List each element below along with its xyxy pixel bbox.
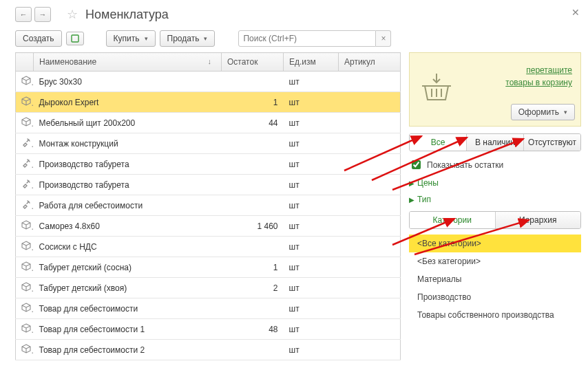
category-item[interactable]: <Все категории> [409, 235, 581, 252]
cell-sku [339, 340, 401, 360]
category-item[interactable]: Материалы [409, 270, 581, 288]
cube-icon [16, 278, 34, 298]
cell-unit: шт [284, 216, 339, 237]
nav-forward-button[interactable]: → [34, 7, 51, 22]
table-row[interactable]: Товар для себестоимостишт [16, 298, 401, 319]
cube-icon [16, 72, 34, 92]
confirm-order-button[interactable]: Оформить [511, 104, 575, 120]
cell-sku [339, 319, 401, 340]
col-name[interactable]: Наименование [34, 53, 222, 72]
col-sku[interactable]: Артикул [339, 53, 401, 72]
cell-name: Работа для себестоимости [34, 195, 222, 216]
category-item[interactable]: Товары собственного производства [409, 306, 581, 324]
filter-all-tab[interactable]: Все [410, 134, 467, 151]
refresh-button[interactable] [66, 32, 84, 45]
category-item[interactable]: <Без категории> [409, 252, 581, 270]
category-view-tabs: Категории Иерархия [409, 211, 581, 229]
cell-unit: шт [284, 340, 339, 360]
cell-stock: 1 460 [222, 216, 284, 237]
filter-instock-tab[interactable]: В наличии [467, 134, 524, 151]
cell-unit: шт [284, 154, 339, 175]
chevron-right-icon: ▶ [409, 179, 414, 187]
cell-name: Табурет детский (хвоя) [34, 278, 222, 298]
basket-icon [418, 60, 455, 119]
buy-button[interactable]: Купить [106, 30, 156, 47]
table-row[interactable]: Товар для себестоимости 148шт [16, 319, 401, 340]
table-row[interactable]: Мебельный щит 200х20044шт [16, 113, 401, 133]
cell-name: Товар для себестоимости 1 [34, 319, 222, 340]
cell-stock [222, 175, 284, 195]
type-expander[interactable]: ▶ Тип [409, 195, 581, 204]
stock-filter-tabs: Все В наличии Отсутствуют [409, 133, 581, 151]
svg-rect-0 [72, 35, 78, 42]
col-icon[interactable] [16, 53, 34, 72]
table-row[interactable]: Дырокол Expert1шт [16, 92, 401, 113]
cell-sku [339, 216, 401, 237]
cube-icon [16, 319, 34, 340]
search-clear-button[interactable]: × [376, 30, 391, 47]
table-row[interactable]: Работа для себестоимостишт [16, 195, 401, 216]
cell-name: Товар для себестоимости [34, 298, 222, 319]
cell-stock [222, 237, 284, 257]
cell-sku [339, 92, 401, 113]
cell-sku [339, 195, 401, 216]
table-row[interactable]: Монтаж конструкцийшт [16, 133, 401, 154]
sell-button[interactable]: Продать [160, 30, 216, 47]
cell-unit: шт [284, 113, 339, 133]
cell-name: Брус 30х30 [34, 72, 222, 92]
cell-unit: шт [284, 175, 339, 195]
category-list: <Все категории><Без категории>МатериалыП… [409, 235, 581, 324]
table-row[interactable]: Производство табуреташт [16, 175, 401, 195]
cube-icon [16, 340, 34, 360]
cell-sku [339, 257, 401, 278]
search-input[interactable] [238, 30, 376, 47]
show-stock-label: Показывать остатки [427, 160, 503, 170]
cell-unit: шт [284, 72, 339, 92]
cell-unit: шт [284, 278, 339, 298]
cell-unit: шт [284, 257, 339, 278]
col-stock[interactable]: Остаток [222, 53, 284, 72]
cell-name: Мебельный щит 200х200 [34, 113, 222, 133]
table-row[interactable]: Товар для себестоимости 2шт [16, 340, 401, 360]
favorite-star-icon[interactable]: ☆ [65, 7, 80, 22]
page-title: Номенклатура [85, 8, 169, 22]
cell-stock [222, 298, 284, 319]
cell-unit: шт [284, 319, 339, 340]
table-row[interactable]: Производство табуреташт [16, 154, 401, 175]
show-stock-checkbox[interactable] [412, 160, 421, 169]
cell-sku [339, 278, 401, 298]
cell-stock: 1 [222, 257, 284, 278]
tab-hierarchy[interactable]: Иерархия [496, 212, 581, 228]
nav-back-button[interactable]: ← [15, 7, 32, 22]
wrench-icon [16, 133, 34, 154]
table-row[interactable]: Табурет детский (хвоя)2шт [16, 278, 401, 298]
table-row[interactable]: Брус 30х30шт [16, 72, 401, 92]
prices-expander[interactable]: ▶ Цены [409, 178, 581, 188]
cell-unit: шт [284, 195, 339, 216]
cube-icon [16, 113, 34, 133]
tab-categories[interactable]: Категории [410, 212, 496, 228]
category-item[interactable]: Производство [409, 288, 581, 306]
cell-unit: шт [284, 133, 339, 154]
wrench-icon [16, 175, 34, 195]
table-row[interactable]: Сосиски с НДСшт [16, 237, 401, 257]
col-unit[interactable]: Ед.изм [284, 53, 339, 72]
filter-out-tab[interactable]: Отсутствуют [524, 134, 580, 151]
create-button[interactable]: Создать [15, 30, 62, 47]
basket-hint-link[interactable]: перетащите товары в корзину [505, 65, 572, 87]
table-row[interactable]: Саморез 4.8х601 460шт [16, 216, 401, 237]
close-icon[interactable]: ✕ [571, 7, 580, 18]
table-row[interactable]: Табурет детский (сосна)1шт [16, 257, 401, 278]
cell-sku [339, 175, 401, 195]
cell-sku [339, 298, 401, 319]
cell-stock: 2 [222, 278, 284, 298]
cell-stock: 44 [222, 113, 284, 133]
cell-sku [339, 113, 401, 133]
cell-stock [222, 340, 284, 360]
cube-icon [16, 298, 34, 319]
cube-icon [16, 216, 34, 237]
cell-name: Сосиски с НДС [34, 237, 222, 257]
basket-panel: перетащите товары в корзину Оформить [409, 52, 581, 127]
cell-sku [339, 72, 401, 92]
show-stock-checkbox-row[interactable]: Показывать остатки [409, 158, 581, 171]
